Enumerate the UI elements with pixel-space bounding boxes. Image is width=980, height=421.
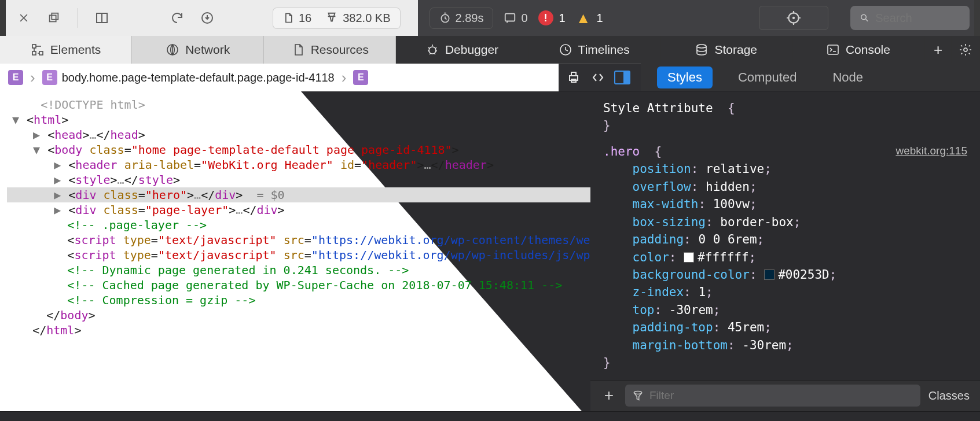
timelines-icon (559, 43, 572, 57)
breadcrumb-root-icon[interactable]: E (8, 70, 23, 85)
styles-tab-computed[interactable]: Computed (728, 67, 808, 88)
style-property[interactable]: position: relative; (603, 160, 967, 178)
style-property[interactable]: max-width: 100vw; (603, 195, 967, 213)
styles-pane: Style Attribute { } .hero {webkit.org:11… (590, 91, 980, 411)
warning-icon: ▲ (576, 9, 591, 27)
styles-tabs: Styles Computed Node (641, 64, 980, 91)
gear-icon (959, 43, 972, 57)
style-property[interactable]: color: #ffffff; (603, 249, 967, 266)
svg-rect-6 (505, 14, 515, 21)
source-link[interactable]: webkit.org:115 (895, 143, 967, 159)
tab-storage[interactable]: Storage (660, 36, 792, 64)
svg-rect-20 (571, 72, 576, 76)
layout-right-button[interactable] (614, 71, 630, 84)
breadcrumb-node-icon[interactable]: E (353, 70, 368, 85)
svg-point-9 (861, 14, 866, 19)
svg-rect-10 (32, 45, 36, 48)
tab-timelines[interactable]: Timelines (528, 36, 660, 64)
doctype: <!DOCTYPE html> (41, 98, 145, 112)
styles-filter-bar: + Classes (590, 380, 980, 411)
console-msg-count[interactable]: 0 (504, 12, 527, 25)
style-property[interactable]: top: -30rem; (603, 301, 967, 319)
add-tab-button[interactable]: + (924, 36, 952, 64)
code-icon[interactable] (590, 69, 606, 86)
reload-icon[interactable] (167, 8, 187, 28)
console-icon (826, 43, 840, 57)
chevron-right-icon: › (339, 69, 349, 87)
svg-rect-12 (39, 51, 43, 55)
debugger-icon (425, 43, 439, 57)
style-property[interactable]: background-color: #00253D; (603, 266, 967, 283)
download-icon[interactable] (197, 8, 217, 28)
breadcrumb: E › E body.home.page-template-default.pa… (0, 64, 559, 91)
search-box[interactable] (850, 6, 970, 30)
svg-rect-1 (52, 13, 58, 20)
tab-strip: Elements Network Resources Debugger Time… (0, 36, 980, 64)
load-time-pill: 2.89s (430, 8, 494, 29)
console-prompt-icon: › (8, 417, 13, 421)
dock-icon[interactable] (92, 8, 112, 28)
inspect-target-button[interactable] (759, 6, 828, 30)
styles-tab-styles[interactable]: Styles (657, 67, 713, 88)
dom-selected-node[interactable]: ▶ <div class="hero">…</div> = $0 (7, 187, 590, 202)
style-property[interactable]: padding-top: 45rem; (603, 319, 967, 336)
svg-point-8 (793, 17, 794, 19)
tab-console[interactable]: Console (792, 36, 924, 64)
elements-icon (31, 43, 45, 57)
doc-count-pill: 16 382.0 KB (273, 8, 401, 29)
settings-button[interactable] (952, 36, 980, 64)
style-attribute-label: Style Attribute (603, 101, 713, 115)
search-icon (860, 12, 869, 24)
style-property[interactable]: padding: 0 0 6rem; (603, 231, 967, 248)
style-property[interactable]: margin-bottom: -30rem; (603, 337, 967, 354)
tab-debugger[interactable]: Debugger (396, 36, 528, 64)
top-toolbar: 16 382.0 KB 2.89s 0 ! 1 ▲ 1 (0, 0, 980, 36)
style-property[interactable]: z-index: 1; (603, 283, 967, 301)
transfer-size: 382.0 KB (343, 12, 390, 25)
network-icon (166, 43, 179, 57)
breadcrumb-path[interactable]: body.home.page-template-default.page.pag… (62, 71, 335, 84)
classes-toggle[interactable]: Classes (928, 389, 970, 402)
tab-resources[interactable]: Resources (264, 36, 396, 64)
svg-rect-0 (50, 15, 56, 21)
resources-icon (291, 43, 305, 57)
doc-count: 16 (299, 12, 311, 25)
tab-elements[interactable]: Elements (0, 36, 132, 64)
svg-point-16 (697, 45, 706, 48)
svg-rect-11 (32, 51, 36, 55)
style-rules[interactable]: Style Attribute { } .hero {webkit.org:11… (590, 91, 980, 380)
add-rule-button[interactable]: + (601, 387, 617, 404)
tab-network[interactable]: Network (132, 36, 264, 64)
styles-tab-node[interactable]: Node (822, 67, 873, 88)
windows-icon[interactable] (44, 8, 64, 28)
svg-rect-17 (828, 45, 838, 54)
filter-icon (632, 390, 644, 401)
style-property[interactable]: overflow: hidden; (603, 178, 967, 195)
dom-pane[interactable]: <!DOCTYPE html> ▼ <html> ▶ <head>…</head… (0, 91, 590, 411)
main-area: <!DOCTYPE html> ▼ <html> ▶ <head>…</head… (0, 91, 980, 411)
breadcrumb-node-icon[interactable]: E (42, 70, 57, 85)
warn-badge[interactable]: ▲ 1 (576, 9, 603, 27)
error-badge[interactable]: ! 1 (538, 10, 566, 25)
console-prompt-bar[interactable]: › (0, 411, 980, 421)
storage-icon (695, 43, 709, 57)
filter-input-wrapper[interactable] (625, 385, 920, 407)
print-icon[interactable] (566, 69, 582, 86)
error-icon: ! (538, 10, 553, 25)
breadcrumb-selected[interactable]: div.hero (373, 71, 413, 84)
style-property[interactable]: box-sizing: border-box; (603, 213, 967, 231)
svg-point-14 (429, 47, 436, 54)
rule-selector[interactable]: .hero (603, 145, 640, 158)
search-input[interactable] (875, 12, 960, 25)
chevron-right-icon: › (28, 69, 38, 87)
load-time: 2.89s (456, 12, 484, 25)
filter-input[interactable] (649, 389, 913, 402)
close-icon[interactable] (14, 8, 34, 28)
svg-point-18 (964, 48, 967, 51)
